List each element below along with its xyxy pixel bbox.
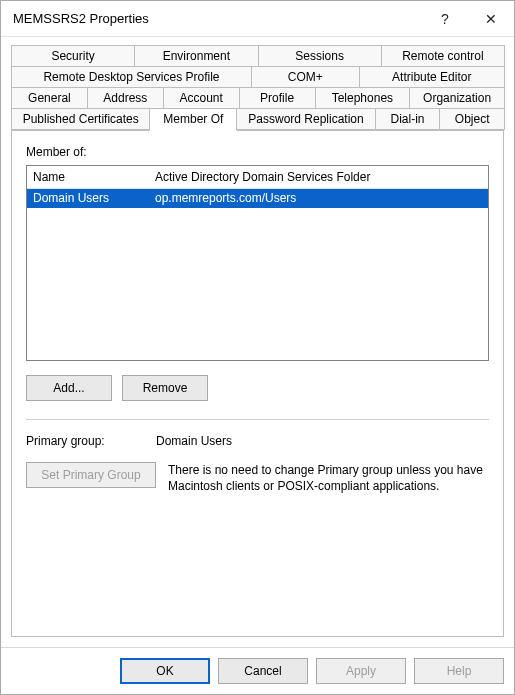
tab-strip: Security Environment Sessions Remote con… xyxy=(11,45,504,130)
tab-published-certificates[interactable]: Published Certificates xyxy=(11,108,150,130)
dialog-buttons: OK Cancel Apply Help xyxy=(1,647,514,694)
tab-address[interactable]: Address xyxy=(87,87,164,108)
list-item[interactable]: Domain Users op.memreports.com/Users xyxy=(27,189,488,208)
tab-object[interactable]: Object xyxy=(439,108,505,130)
primary-group-note: There is no need to change Primary group… xyxy=(168,462,489,494)
window-title: MEMSSRS2 Properties xyxy=(13,11,422,26)
list-item-path: op.memreports.com/Users xyxy=(155,191,482,205)
tab-com-plus[interactable]: COM+ xyxy=(251,66,360,87)
tab-row-2: Remote Desktop Services Profile COM+ Att… xyxy=(11,66,504,87)
primary-group-label: Primary group: xyxy=(26,434,136,448)
tab-environment[interactable]: Environment xyxy=(134,45,258,66)
tab-security[interactable]: Security xyxy=(11,45,135,66)
tab-rds-profile[interactable]: Remote Desktop Services Profile xyxy=(11,66,252,87)
tab-sessions[interactable]: Sessions xyxy=(258,45,382,66)
column-folder[interactable]: Active Directory Domain Services Folder xyxy=(155,170,482,184)
primary-group-note-row: Set Primary Group There is no need to ch… xyxy=(26,462,489,494)
tab-telephones[interactable]: Telephones xyxy=(315,87,411,108)
close-icon[interactable]: ✕ xyxy=(468,1,514,37)
tab-general[interactable]: General xyxy=(11,87,88,108)
tab-account[interactable]: Account xyxy=(163,87,240,108)
tab-remote-control[interactable]: Remote control xyxy=(381,45,505,66)
set-primary-group-button: Set Primary Group xyxy=(26,462,156,488)
membership-buttons: Add... Remove xyxy=(26,375,489,401)
apply-button: Apply xyxy=(316,658,406,684)
tab-profile[interactable]: Profile xyxy=(239,87,316,108)
help-icon[interactable]: ? xyxy=(422,1,468,37)
column-name[interactable]: Name xyxy=(33,170,155,184)
tab-body-member-of: Member of: Name Active Directory Domain … xyxy=(11,130,504,637)
tab-organization[interactable]: Organization xyxy=(409,87,505,108)
list-header: Name Active Directory Domain Services Fo… xyxy=(27,166,488,189)
tab-dial-in[interactable]: Dial-in xyxy=(375,108,441,130)
cancel-button[interactable]: Cancel xyxy=(218,658,308,684)
properties-dialog: MEMSSRS2 Properties ? ✕ Security Environ… xyxy=(0,0,515,695)
tab-member-of[interactable]: Member Of xyxy=(149,108,237,131)
membership-list[interactable]: Name Active Directory Domain Services Fo… xyxy=(26,165,489,361)
remove-button[interactable]: Remove xyxy=(122,375,208,401)
tab-row-1: Security Environment Sessions Remote con… xyxy=(11,45,504,66)
add-button[interactable]: Add... xyxy=(26,375,112,401)
tab-row-3: General Address Account Profile Telephon… xyxy=(11,87,504,108)
primary-group-value: Domain Users xyxy=(156,434,232,448)
member-of-label: Member of: xyxy=(26,145,489,159)
ok-button[interactable]: OK xyxy=(120,658,210,684)
help-button: Help xyxy=(414,658,504,684)
primary-group-row: Primary group: Domain Users xyxy=(26,434,489,448)
tab-password-replication[interactable]: Password Replication xyxy=(236,108,375,130)
divider xyxy=(26,419,489,420)
tab-row-4: Published Certificates Member Of Passwor… xyxy=(11,108,504,130)
list-item-name: Domain Users xyxy=(33,191,155,205)
dialog-content: Security Environment Sessions Remote con… xyxy=(1,37,514,647)
titlebar: MEMSSRS2 Properties ? ✕ xyxy=(1,1,514,37)
tab-attribute-editor[interactable]: Attribute Editor xyxy=(359,66,505,87)
